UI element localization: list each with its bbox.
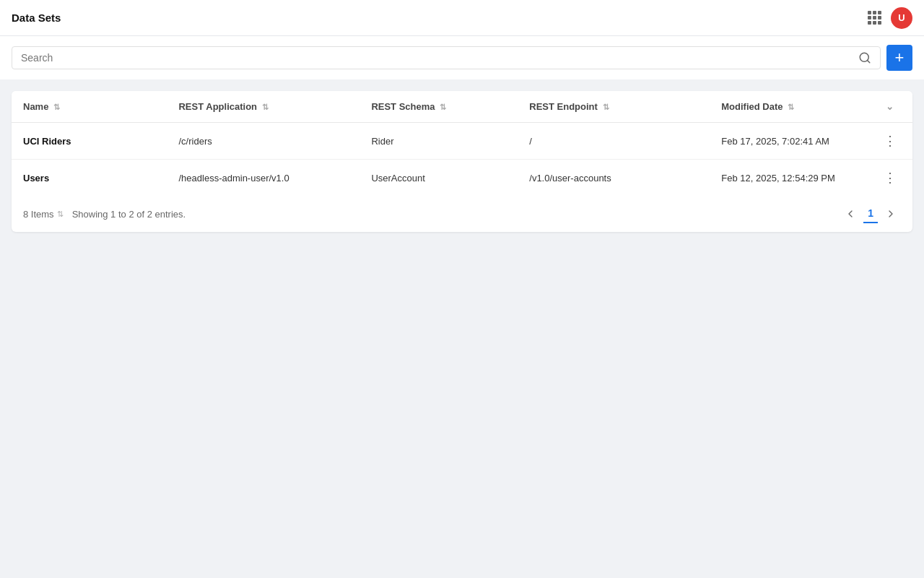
apps-grid-icon[interactable] <box>868 11 882 25</box>
data-table-wrapper: Name ⇅ REST Application ⇅ REST Schema ⇅ … <box>12 91 912 232</box>
top-bar: Data Sets U <box>0 0 924 36</box>
search-bar: + <box>0 36 924 79</box>
row-actions-button-0[interactable]: ⋮ <box>879 133 901 149</box>
page-title: Data Sets <box>12 12 61 24</box>
table-row: Users /headless-admin-user/v1.0 UserAcco… <box>12 160 912 197</box>
top-bar-icons: U <box>868 7 912 29</box>
search-icon <box>858 51 871 64</box>
svg-line-1 <box>867 60 869 62</box>
col-header-name[interactable]: Name ⇅ <box>12 91 167 123</box>
chevron-right-icon <box>885 208 897 220</box>
cell-modified-date-1: Feb 12, 2025, 12:54:29 PM <box>710 160 868 197</box>
search-button[interactable] <box>858 51 871 64</box>
cell-actions-1: ⋮ <box>868 160 912 197</box>
page-1-button[interactable]: 1 <box>863 204 878 223</box>
prev-page-button[interactable] <box>840 205 860 223</box>
cell-rest-endpoint-1: /v1.0/user-accounts <box>518 160 710 197</box>
sort-icon-name: ⇅ <box>53 103 60 112</box>
sort-icon-rest-schema: ⇅ <box>440 103 446 112</box>
table-footer: 8 Items ⇅ Showing 1 to 2 of 2 entries. 1 <box>12 196 912 232</box>
cell-actions-0: ⋮ <box>868 123 912 160</box>
next-page-button[interactable] <box>881 205 901 223</box>
cell-rest-schema-0: Rider <box>359 123 518 160</box>
table-header-row: Name ⇅ REST Application ⇅ REST Schema ⇅ … <box>12 91 912 123</box>
col-header-actions[interactable]: ⌄ <box>868 91 912 123</box>
main-content: Name ⇅ REST Application ⇅ REST Schema ⇅ … <box>0 79 924 243</box>
chevron-down-icon: ⌄ <box>886 101 894 112</box>
cell-modified-date-0: Feb 17, 2025, 7:02:41 AM <box>710 123 868 160</box>
col-header-rest-application[interactable]: REST Application ⇅ <box>167 91 359 123</box>
search-container <box>12 46 881 69</box>
items-count[interactable]: 8 Items ⇅ <box>23 209 64 220</box>
search-input[interactable] <box>21 52 858 64</box>
col-header-rest-endpoint[interactable]: REST Endpoint ⇅ <box>518 91 710 123</box>
cell-name-1: Users <box>12 160 167 197</box>
table-row: UCI Riders /c/riders Rider / Feb 17, 202… <box>12 123 912 160</box>
chevron-left-icon <box>845 208 856 220</box>
cell-rest-application-0: /c/riders <box>167 123 359 160</box>
col-header-modified-date[interactable]: Modified Date ⇅ <box>710 91 868 123</box>
cell-rest-schema-1: UserAccount <box>359 160 518 197</box>
col-header-rest-schema[interactable]: REST Schema ⇅ <box>359 91 518 123</box>
sort-icon-rest-endpoint: ⇅ <box>603 103 609 112</box>
cell-rest-application-1: /headless-admin-user/v1.0 <box>167 160 359 197</box>
avatar[interactable]: U <box>891 7 912 29</box>
pagination: 1 <box>840 204 901 223</box>
add-button[interactable]: + <box>886 45 912 71</box>
sort-icon-rest-application: ⇅ <box>262 103 269 112</box>
row-actions-button-1[interactable]: ⋮ <box>879 170 901 186</box>
showing-text: Showing 1 to 2 of 2 entries. <box>72 209 186 220</box>
items-sort-icon: ⇅ <box>57 210 64 219</box>
cell-name-0: UCI Riders <box>12 123 167 160</box>
sort-icon-modified-date: ⇅ <box>788 103 794 112</box>
cell-rest-endpoint-0: / <box>518 123 710 160</box>
footer-left: 8 Items ⇅ Showing 1 to 2 of 2 entries. <box>23 209 186 220</box>
data-table: Name ⇅ REST Application ⇅ REST Schema ⇅ … <box>12 91 912 196</box>
